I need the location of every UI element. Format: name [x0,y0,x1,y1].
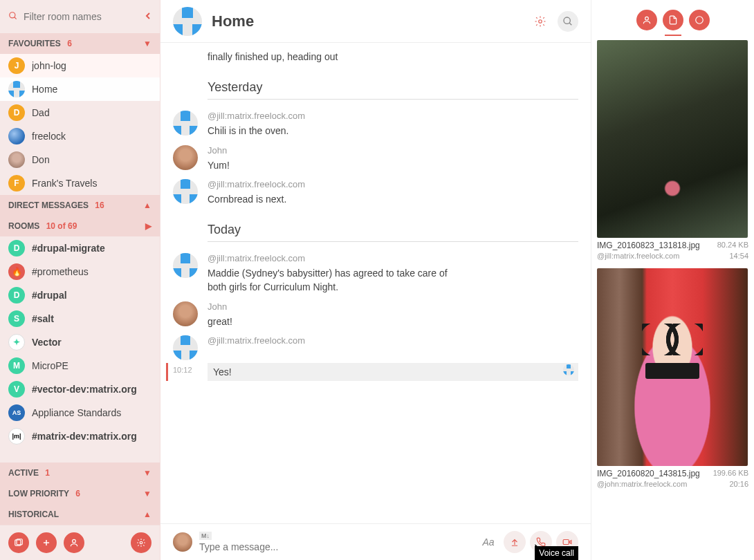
avatar [173,301,198,326]
room-item[interactable]: D#drupal-migrate [0,236,160,260]
sidebar-footer [0,525,160,560]
unread-marker [166,363,168,381]
room-name: #drupal [32,290,67,301]
room-item[interactable]: Home [0,77,160,101]
svg-point-6 [73,539,76,543]
section-active[interactable]: ACTIVE 1 ▼ [0,463,160,483]
message-text: Cornbread is next. [208,191,578,207]
section-historical[interactable]: HISTORICAL ▲ [0,504,160,525]
room-name: Vector [32,337,62,348]
room-item[interactable]: S#salt [0,307,160,330]
timeline[interactable]: finally finished up, heading out Yesterd… [160,43,591,523]
avatar: D [8,104,25,121]
section-direct-messages[interactable]: DIRECT MESSAGES 16 ▲ [0,195,160,216]
file-thumbnail[interactable] [597,40,748,238]
room-item[interactable]: F Frank's Travels [0,171,160,195]
room-item[interactable]: MMicroPE [0,354,160,377]
compose-bar: M↓ Aa Voice call [160,523,591,560]
directory-button[interactable] [8,532,29,553]
section-rooms[interactable]: ROOMS 10 of 69 ▶ [0,216,160,236]
avatar [8,128,25,144]
svg-point-0 [10,12,15,17]
rooms-list: D#drupal-migrate 🔥#prometheus D#drupal S… [0,236,160,463]
collapse-icon[interactable] [145,10,151,23]
room-item[interactable]: ASAppliance Standards [0,401,160,424]
search-icon [8,11,18,23]
svg-line-1 [15,17,17,19]
avatar [173,179,198,204]
filter-input[interactable] [24,11,145,22]
tooltip: Voice call [535,546,578,560]
sender-name: John [208,145,578,156]
avatar: |m| [8,428,25,445]
section-label: FAVOURITES [8,39,61,48]
room-item[interactable]: J john-log [0,54,160,77]
avatar: F [8,175,25,192]
markdown-badge[interactable]: M↓ [199,532,212,540]
sender-name: @jill:matrix.freelock.com [208,111,578,121]
message: John Yum! [160,142,591,176]
rpanel-tabs [591,0,754,35]
room-name: #salt [32,313,54,324]
formatting-button[interactable]: Aa [477,531,499,553]
room-item[interactable]: V#vector-dev:matrix.org [0,377,160,401]
room-name: Dad [32,107,50,118]
message-text: Yum! [208,157,578,174]
files-tab[interactable] [663,10,683,30]
message-text: finally finished up, heading out [208,48,578,65]
room-item[interactable]: 🔥#prometheus [0,260,160,283]
create-room-button[interactable] [36,532,57,553]
date-separator: Yesterday [208,80,578,100]
notifications-tab[interactable] [689,10,710,30]
room-avatar [173,7,202,36]
file-sender: @john:matrix.freelock.com [597,480,687,488]
file-size: 199.66 KB [713,469,748,478]
room-name: #prometheus [32,266,89,277]
avatar: M [8,357,25,374]
settings-button[interactable] [131,532,151,553]
message-input[interactable] [199,541,470,552]
read-receipt-icon[interactable] [563,364,574,375]
file-time: 20:16 [729,480,748,488]
people-button[interactable] [64,532,84,553]
section-low-priority[interactable]: LOW PRIORITY 6 ▼ [0,483,160,504]
message: @jill:matrix.freelock.com [160,333,591,363]
room-name: Appliance Standards [32,407,121,418]
section-count: 10 of 69 [46,221,77,231]
svg-line-10 [569,23,571,25]
room-name: #matrix-dev:matrix.org [32,431,137,442]
file-name: IMG_20160820_143815.jpg [597,469,713,478]
upload-button[interactable] [504,531,526,553]
room-item[interactable]: |m|#matrix-dev:matrix.org [0,424,160,448]
room-item[interactable]: D Dad [0,101,160,124]
message-text: Maddie (Sydney's babysitter) has agreed … [208,265,463,296]
sender-name: @jill:matrix.freelock.com [208,179,578,189]
room-item[interactable]: Don [0,148,160,171]
message-text: great! [208,313,578,330]
message: @jill:matrix.freelock.com Maddie (Sydney… [160,250,591,299]
section-count: 6 [75,489,80,498]
room-item[interactable]: ✦Vector [0,330,160,354]
svg-point-13 [645,17,648,20]
section-label: DIRECT MESSAGES [8,200,89,210]
file-list[interactable]: IMG_20160823_131818.jpg 80.24 KB @jill:m… [591,35,754,560]
chevron-down-icon: ▼ [143,489,151,498]
file-item[interactable]: IMG_20160820_143815.jpg 199.66 KB @john:… [597,268,748,488]
room-search-icon[interactable] [558,11,578,32]
avatar [173,111,198,136]
file-size: 80.24 KB [717,241,748,250]
section-favourites[interactable]: FAVOURITES 6 ▼ [0,33,160,54]
room-item[interactable]: D#drupal [0,283,160,307]
avatar: AS [8,404,25,421]
room-header: Home [160,0,591,43]
room-item[interactable]: freelock [0,124,160,148]
file-item[interactable]: IMG_20160823_131818.jpg 80.24 KB @jill:m… [597,40,748,260]
svg-point-7 [140,541,142,544]
file-thumbnail[interactable] [597,268,748,466]
room-name: Frank's Travels [32,178,97,189]
svg-rect-11 [563,540,569,545]
section-count: 6 [67,39,72,48]
room-settings-icon[interactable] [530,11,551,32]
members-tab[interactable] [636,10,657,30]
avatar: J [8,57,25,74]
